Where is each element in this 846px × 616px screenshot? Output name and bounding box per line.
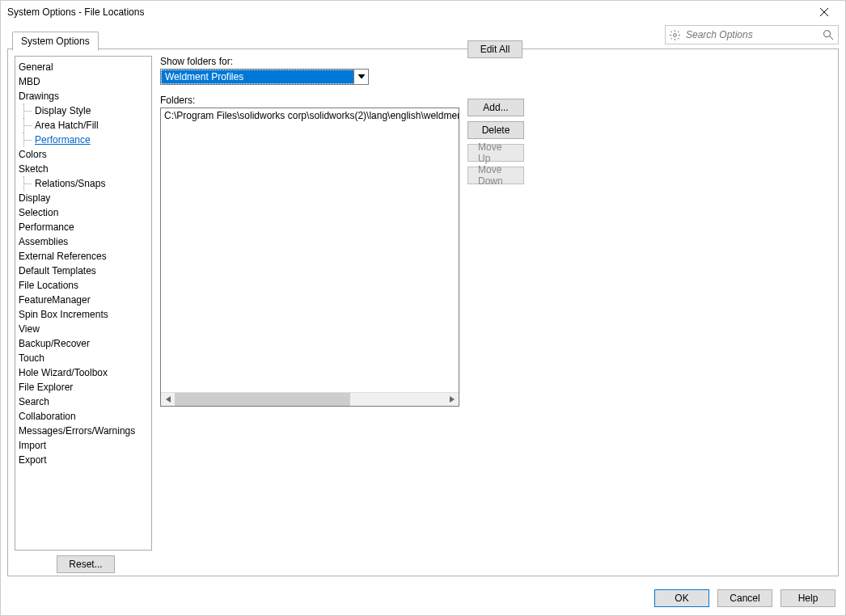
- tree-item[interactable]: Import: [15, 438, 151, 453]
- tree-item[interactable]: Messages/Errors/Warnings: [15, 424, 151, 438]
- move-down-button[interactable]: Move Down: [467, 167, 524, 184]
- tree-item[interactable]: Area Hatch/Fill: [15, 118, 151, 133]
- options-dialog: System Options - File Locations System O…: [0, 0, 846, 616]
- tree-item[interactable]: Display Style: [15, 103, 151, 118]
- tree-item[interactable]: Drawings: [15, 89, 151, 103]
- cancel-button[interactable]: Cancel: [717, 589, 772, 607]
- reset-button[interactable]: Reset...: [57, 555, 115, 573]
- close-button[interactable]: [810, 3, 839, 21]
- tree-item[interactable]: Spin Box Increments: [15, 307, 151, 322]
- tree-item[interactable]: Default Templates: [15, 264, 151, 278]
- scroll-thumb[interactable]: [175, 393, 350, 406]
- tree-item[interactable]: General: [15, 60, 151, 74]
- tree-item[interactable]: File Explorer: [15, 380, 151, 394]
- move-up-button[interactable]: Move Up: [467, 144, 524, 162]
- tree-item[interactable]: MBD: [15, 74, 151, 89]
- tree-item[interactable]: Performance: [15, 220, 151, 234]
- add-button[interactable]: Add...: [467, 99, 524, 116]
- right-pane: Show folders for: Weldment Profiles Fold…: [160, 56, 831, 407]
- tree-item[interactable]: FeatureManager: [15, 293, 151, 307]
- tree-item[interactable]: Touch: [15, 351, 151, 365]
- tree-item[interactable]: Display: [15, 191, 151, 205]
- tab-strip: System Options: [12, 32, 99, 51]
- tab-system-options[interactable]: System Options: [12, 32, 99, 51]
- window-title: System Options - File Locations: [7, 6, 144, 18]
- tab-panel: GeneralMBDDrawingsDisplay StyleArea Hatc…: [7, 49, 839, 576]
- tree-item[interactable]: Assemblies: [15, 234, 151, 249]
- tree-item[interactable]: File Locations: [15, 278, 151, 293]
- gear-icon: [669, 29, 681, 41]
- show-folders-combo[interactable]: Weldment Profiles: [160, 69, 369, 85]
- tree-item[interactable]: Export: [15, 453, 151, 467]
- tree-item[interactable]: Sketch: [15, 162, 151, 176]
- titlebar: System Options - File Locations: [1, 1, 845, 23]
- scroll-left-icon[interactable]: [161, 393, 175, 406]
- folder-row[interactable]: C:\Program Files\solidworks corp\solidwo…: [161, 108, 459, 123]
- folders-listbox[interactable]: C:\Program Files\solidworks corp\solidwo…: [160, 108, 459, 407]
- close-icon: [819, 7, 829, 17]
- tree-item[interactable]: Selection: [15, 205, 151, 220]
- options-tree[interactable]: GeneralMBDDrawingsDisplay StyleArea Hatc…: [15, 56, 152, 551]
- search-icon[interactable]: [822, 28, 835, 41]
- svg-point-0: [674, 33, 677, 36]
- help-button[interactable]: Help: [780, 589, 835, 607]
- tree-item[interactable]: Colors: [15, 147, 151, 162]
- tree-item[interactable]: External References: [15, 249, 151, 264]
- svg-point-1: [824, 31, 831, 37]
- tree-item[interactable]: Performance: [15, 133, 151, 147]
- search-box[interactable]: [665, 25, 839, 44]
- delete-button[interactable]: Delete: [467, 121, 524, 139]
- tree-item[interactable]: View: [15, 322, 151, 336]
- tree-item[interactable]: Hole Wizard/Toolbox: [15, 365, 151, 380]
- tree-item[interactable]: Search: [15, 394, 151, 409]
- combo-value: Weldment Profiles: [161, 70, 353, 84]
- dialog-buttons: OK Cancel Help: [654, 589, 835, 607]
- chevron-down-icon[interactable]: [353, 70, 368, 84]
- tree-item[interactable]: Relations/Snaps: [15, 176, 151, 191]
- tree-item[interactable]: Backup/Recover: [15, 336, 151, 351]
- horizontal-scrollbar[interactable]: [161, 392, 459, 406]
- scroll-track[interactable]: [175, 393, 445, 406]
- scroll-right-icon[interactable]: [445, 393, 459, 406]
- search-input[interactable]: [684, 28, 822, 41]
- ok-button[interactable]: OK: [654, 589, 709, 607]
- tree-item[interactable]: Collaboration: [15, 409, 151, 424]
- edit-all-button[interactable]: Edit All: [467, 40, 522, 58]
